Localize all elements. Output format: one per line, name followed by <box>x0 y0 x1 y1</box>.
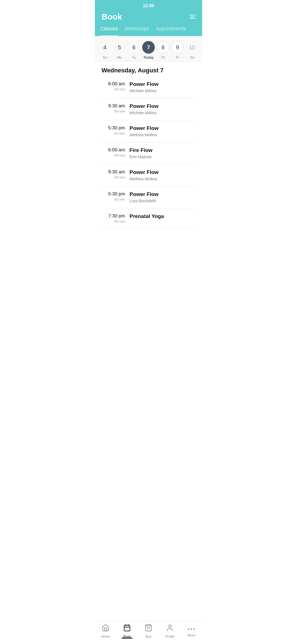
class-time: 9:30 am60 min <box>100 103 125 113</box>
class-info: Power FlowLisa Rischitelli <box>130 191 197 203</box>
header: 12:56 Book Classes Workshops Appointment… <box>95 0 202 36</box>
class-time: 6:00 am60 min <box>100 147 125 157</box>
class-info: Power FlowMichele Miklos <box>130 103 197 115</box>
class-time: 6:00 am60 min <box>100 81 125 91</box>
class-info: Power FlowAlethea Molina <box>130 169 197 181</box>
tab-classes[interactable]: Classes <box>100 26 118 36</box>
class-time: 9:30 am60 min <box>100 169 125 179</box>
date-heading: Wednesday, August 7 <box>95 62 202 76</box>
class-time: 5:30 pm60 min <box>100 191 125 201</box>
calendar-day-9[interactable]: 9Fr <box>171 41 184 59</box>
page-title: Book <box>101 12 122 21</box>
calendar-strip: 4Su5Mo6Tu7Today8Th9Fr10Sa <box>95 36 202 62</box>
class-item[interactable]: 9:30 am60 minPower FlowAlethea Molina <box>100 164 197 186</box>
tab-workshops[interactable]: Workshops <box>125 26 149 36</box>
calendar-day-4[interactable]: 4Su <box>98 41 111 59</box>
tab-bar: Classes Workshops Appointments <box>95 26 202 36</box>
header-row: Book <box>95 9 202 26</box>
class-item[interactable]: 5:30 pm60 minPower FlowLisa Rischitelli <box>100 186 197 208</box>
class-time: 5:30 pm60 min <box>100 125 125 135</box>
calendar-day-10[interactable]: 10Sa <box>186 41 198 59</box>
class-info: Power FlowAlethea Molina <box>130 125 197 137</box>
class-time: 7:30 pm60 min <box>100 213 125 223</box>
class-item[interactable]: 7:30 pm60 minPrenatal Yoga <box>100 208 197 229</box>
calendar-day-5[interactable]: 5Mo <box>113 41 126 59</box>
class-info: Power FlowMichele Miklos <box>130 81 197 93</box>
class-info: Prenatal Yoga <box>130 213 197 219</box>
class-info: Fire FlowErin Malone <box>130 147 197 159</box>
calendar-day-7[interactable]: 7Today <box>142 41 155 59</box>
tab-appointments[interactable]: Appointments <box>156 26 186 36</box>
class-item[interactable]: 5:30 pm60 minPower FlowAlethea Molina <box>100 120 197 142</box>
class-item[interactable]: 6:00 am60 minFire FlowErin Malone <box>100 142 197 164</box>
time: 12:56 <box>143 3 154 8</box>
class-item[interactable]: 6:00 am60 minPower FlowMichele Miklos <box>100 76 197 98</box>
filter-icon[interactable] <box>189 15 196 19</box>
calendar-day-6[interactable]: 6Tu <box>128 41 140 59</box>
calendar-day-8[interactable]: 8Th <box>157 41 169 59</box>
class-item[interactable]: 9:30 am60 minPower FlowMichele Miklos <box>100 98 197 120</box>
status-bar: 12:56 <box>95 0 202 9</box>
class-list: 6:00 am60 minPower FlowMichele Miklos9:3… <box>95 76 202 229</box>
